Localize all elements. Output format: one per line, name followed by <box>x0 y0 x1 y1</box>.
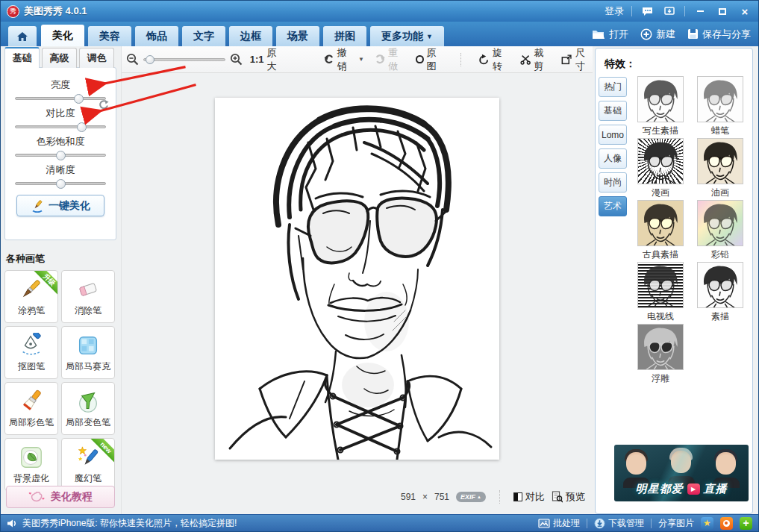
adjust-panel: 亮度 对比度 色彩饱和度 清晰度 <box>4 67 116 240</box>
tab-advanced[interactable]: 高级 <box>42 48 77 68</box>
compare-button[interactable]: 对比 <box>513 490 545 504</box>
brightness-slider-thumb[interactable] <box>74 94 84 104</box>
saturation-slider-thumb[interactable] <box>56 151 66 160</box>
save-share-button[interactable]: 保存与分享 <box>687 28 751 41</box>
eraser-icon <box>75 277 101 302</box>
effect-crayon[interactable]: 蜡笔 <box>691 76 749 136</box>
exif-badge[interactable]: EXIF▲ <box>456 492 486 502</box>
minimize-button[interactable] <box>693 4 708 18</box>
preview-button[interactable]: 预览 <box>552 490 585 504</box>
clarity-slider[interactable] <box>15 182 106 185</box>
chevron-down-icon: ▼ <box>426 33 433 40</box>
statusbar-separator <box>587 519 587 528</box>
background-blur-button[interactable]: 背景虚化 <box>4 438 58 491</box>
category-fashion[interactable]: 时尚 <box>599 172 627 193</box>
contrast-label: 对比度 <box>5 107 116 120</box>
tab-accessories[interactable]: 饰品 <box>135 26 178 46</box>
mosaic-icon <box>75 333 101 358</box>
batch-process-button[interactable]: 批处理 <box>538 517 580 530</box>
recolor-pen-button[interactable]: 局部变色笔 <box>61 382 115 435</box>
maximize-button[interactable] <box>715 4 730 18</box>
effect-classic-sketch[interactable]: 古典素描 <box>631 200 690 260</box>
original-size-label[interactable]: 原大 <box>267 46 285 73</box>
view-original-button[interactable]: 原图 <box>416 46 443 73</box>
cutout-pen-button[interactable]: 抠图笔 <box>4 326 58 379</box>
undo-icon <box>324 54 334 65</box>
zoom-out-button[interactable] <box>126 53 139 66</box>
close-button[interactable]: × <box>737 4 752 18</box>
download-icon <box>594 518 605 529</box>
contrast-slider-thumb[interactable] <box>77 122 87 132</box>
eraser-pen-button[interactable]: 消除笔 <box>61 270 115 323</box>
category-hot[interactable]: 热门 <box>599 77 627 97</box>
tab-basic[interactable]: 基础 <box>4 47 40 68</box>
home-icon <box>16 31 28 42</box>
zoom-slider[interactable] <box>143 58 225 61</box>
open-button[interactable]: 打开 <box>592 28 628 41</box>
zoom-in-button[interactable] <box>230 53 243 66</box>
new-button[interactable]: 新建 <box>640 28 675 41</box>
zoom-slider-thumb[interactable] <box>146 55 154 64</box>
brushes-section-title: 各种画笔 <box>6 252 121 266</box>
doodle-pen-button[interactable]: 涂鸦笔 升级 <box>4 270 58 323</box>
ad-celebrity-face <box>622 448 652 484</box>
tab-collage[interactable]: 拼图 <box>323 26 366 46</box>
zoom-ratio-label[interactable]: 1:1 <box>250 54 264 65</box>
clarity-slider-thumb[interactable] <box>56 179 66 189</box>
effect-sketch[interactable]: 素描 <box>691 262 749 322</box>
download-manager-button[interactable]: 下载管理 <box>594 517 644 530</box>
clarity-label: 清晰度 <box>5 163 116 177</box>
speaker-icon <box>7 519 18 528</box>
tab-frame[interactable]: 边框 <box>229 26 272 46</box>
home-tab[interactable] <box>8 26 37 46</box>
magic-pen-button[interactable]: 魔幻笔 new <box>61 438 115 491</box>
effect-manga[interactable]: 漫画 <box>631 138 690 198</box>
tab-tone[interactable]: 调色 <box>79 48 114 68</box>
category-art[interactable]: 艺术 <box>599 196 627 216</box>
sketch-portrait <box>215 98 499 460</box>
footer-separator <box>499 490 500 504</box>
beautify-tutorial-button[interactable]: 美化教程 <box>6 486 115 508</box>
live-stream-ad-banner[interactable]: 明星都爱 ▶ 直播 <box>614 445 749 501</box>
save-icon <box>687 28 699 40</box>
weibo-share-icon[interactable] <box>720 517 733 530</box>
category-lomo[interactable]: Lomo <box>599 125 627 145</box>
update-monitor-icon[interactable] <box>662 4 677 18</box>
effect-oil-painting[interactable]: 油画 <box>691 138 749 198</box>
crop-button[interactable]: 裁剪 <box>520 46 552 73</box>
contrast-slider[interactable] <box>15 125 106 128</box>
rotate-button[interactable]: 旋转 <box>478 46 510 73</box>
brightness-slider[interactable] <box>15 97 106 100</box>
plus-circle-icon <box>640 28 652 40</box>
resize-button[interactable]: 尺寸 <box>561 46 593 73</box>
redo-button[interactable]: 重做 <box>375 46 406 73</box>
titlebar-separator <box>631 6 632 16</box>
add-share-icon[interactable]: + <box>740 517 752 530</box>
category-basic[interactable]: 基础 <box>599 101 627 121</box>
tab-text[interactable]: 文字 <box>182 26 225 46</box>
effect-color-pencil[interactable]: 彩铅 <box>691 200 749 260</box>
feedback-chat-icon[interactable] <box>640 4 655 18</box>
qzone-share-icon[interactable]: ★ <box>701 517 713 530</box>
tab-more-features[interactable]: 更多功能▼ <box>370 26 444 46</box>
mosaic-button[interactable]: 局部马赛克 <box>61 326 115 379</box>
undo-button[interactable]: 撤销▼ <box>324 46 364 73</box>
category-portrait[interactable]: 人像 <box>599 148 627 169</box>
effect-sketch-drawing[interactable]: 写生素描 <box>631 76 690 136</box>
login-link[interactable]: 登录 <box>605 4 624 18</box>
effects-grid: 写生素描 蜡笔 漫画 油画 <box>631 76 749 384</box>
tab-beautify[interactable]: 美化 <box>41 25 84 46</box>
canvas-footer: 591 × 751 EXIF▲ 对比 预览 <box>401 490 585 504</box>
tab-cosmetic[interactable]: 美容 <box>88 26 131 46</box>
pen-nib-icon <box>19 333 44 358</box>
effect-emboss[interactable]: 浮雕 <box>631 324 690 384</box>
saturation-slider[interactable] <box>15 154 106 157</box>
effect-tv-lines[interactable]: 电视线 <box>631 262 690 322</box>
share-picture-button[interactable]: 分享图片 <box>658 517 694 530</box>
caret-up-icon: ▲ <box>477 495 481 499</box>
tab-scene[interactable]: 场景 <box>276 26 319 46</box>
one-key-beautify-button[interactable]: 一键美化 <box>16 195 104 216</box>
batch-image-icon <box>538 519 550 528</box>
partial-color-pen-button[interactable]: 局部彩色笔 <box>4 382 58 435</box>
ad-text-right: 直播 <box>704 482 728 496</box>
